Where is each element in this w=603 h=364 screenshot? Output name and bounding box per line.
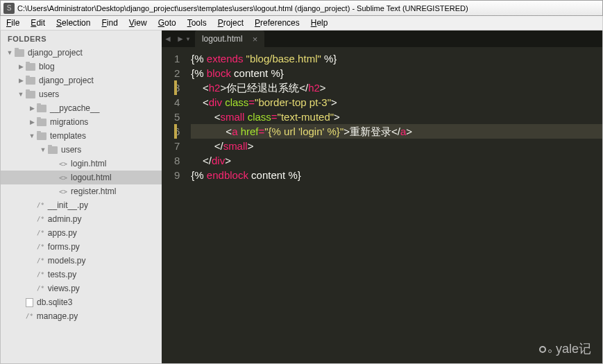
- code-line[interactable]: </small>: [191, 139, 602, 153]
- tree-item-label: blog: [39, 62, 55, 71]
- tree-item-templates[interactable]: ▼templates: [1, 129, 162, 143]
- tree-item-label: users: [61, 145, 81, 155]
- tree-item-admin-py[interactable]: /*admin.py: [1, 212, 162, 226]
- window-title-bar: S C:\Users\Administrator\Desktop\django_…: [0, 0, 603, 16]
- line-number: 6: [174, 124, 180, 139]
- tree-item-label: users: [39, 89, 59, 99]
- menu-edit[interactable]: Edit: [25, 17, 51, 29]
- tree-item-migrations[interactable]: ▶migrations: [1, 115, 162, 129]
- code-line[interactable]: <h2>你已经退出系统</h2>: [191, 80, 602, 95]
- tree-item-login-html[interactable]: <>login.html: [1, 157, 162, 171]
- menu-view[interactable]: View: [124, 17, 153, 29]
- editor-pane: ◄ ► ▼ logout.html × 123456789 {% extends…: [162, 31, 602, 363]
- line-number: 4: [174, 95, 180, 110]
- code-content[interactable]: {% extends "blog/base.html" %}{% block c…: [188, 47, 602, 363]
- tab-bar: ◄ ► ▼ logout.html ×: [162, 31, 602, 47]
- tree-item-label: tests.py: [48, 270, 76, 279]
- watermark: yale记: [539, 342, 591, 356]
- code-line[interactable]: <small class="text-muted">: [191, 110, 602, 124]
- code-area[interactable]: 123456789 {% extends "blog/base.html" %}…: [162, 47, 602, 363]
- tree-item-label: db.sqlite3: [37, 297, 72, 307]
- tree-item-logout-html[interactable]: <>logout.html: [1, 171, 162, 184]
- tree-item-users[interactable]: ▼users: [1, 143, 162, 157]
- menu-goto[interactable]: Goto: [153, 17, 182, 29]
- tree-item-label: views.py: [48, 284, 80, 293]
- chevron-down-icon[interactable]: ▼: [17, 91, 24, 98]
- menu-file[interactable]: File: [1, 17, 25, 29]
- code-line[interactable]: </div>: [191, 153, 602, 168]
- code-line[interactable]: {% extends "blog/base.html" %}: [191, 51, 602, 66]
- py-file-icon: /*: [37, 285, 44, 292]
- py-file-icon: /*: [37, 243, 44, 250]
- folder-icon: [26, 63, 35, 71]
- menu-help[interactable]: Help: [305, 17, 334, 29]
- chevron-right-icon[interactable]: ▶: [17, 77, 24, 84]
- tree-item-apps-py[interactable]: /*apps.py: [1, 226, 162, 240]
- py-file-icon: /*: [37, 229, 44, 236]
- tree-item-label: models.py: [48, 256, 86, 266]
- menu-preferences[interactable]: Preferences: [249, 17, 305, 29]
- tree-item-db-sqlite3[interactable]: db.sqlite3: [1, 295, 162, 309]
- tree-item-label: django_project: [39, 76, 94, 85]
- tree-item-models-py[interactable]: /*models.py: [1, 254, 162, 268]
- tree-item-label: forms.py: [48, 242, 80, 252]
- tree-item-label: apps.py: [48, 228, 77, 238]
- chevron-right-icon[interactable]: ▶: [17, 63, 24, 70]
- chevron-right-icon[interactable]: ▶: [28, 119, 35, 125]
- tree-item-users[interactable]: ▼users: [1, 87, 162, 101]
- html-file-icon: <>: [59, 174, 67, 182]
- modified-line-marker: [174, 80, 177, 95]
- tree-item-manage-py[interactable]: /*manage.py: [1, 309, 162, 323]
- folder-icon: [37, 132, 46, 140]
- code-line[interactable]: <div class="border-top pt-3">: [191, 95, 602, 110]
- tree-item--pycache-[interactable]: ▶__pycache__: [1, 101, 162, 115]
- folder-icon: [48, 146, 58, 154]
- tree-item-label: __pycache__: [50, 103, 99, 113]
- menu-find[interactable]: Find: [96, 17, 123, 29]
- code-line[interactable]: {% endblock content %}: [191, 168, 602, 182]
- menu-selection[interactable]: Selection: [51, 17, 96, 29]
- line-number: 9: [174, 168, 180, 182]
- py-file-icon: /*: [26, 313, 33, 320]
- py-file-icon: /*: [37, 202, 44, 209]
- py-file-icon: /*: [37, 271, 44, 278]
- code-line[interactable]: <a href="{% url 'login' %}">重新登录</a>: [191, 124, 602, 139]
- line-number: 2: [174, 66, 180, 80]
- tree-item-forms-py[interactable]: /*forms.py: [1, 240, 162, 254]
- close-icon[interactable]: ×: [253, 34, 258, 44]
- menu-bar: FileEditSelectionFindViewGotoToolsProjec…: [0, 16, 603, 31]
- html-file-icon: <>: [59, 160, 67, 168]
- chevron-down-icon[interactable]: ▼: [6, 49, 13, 56]
- main-area: FOLDERS ▼django_project▶blog▶django_proj…: [0, 31, 603, 364]
- line-number: 8: [174, 153, 180, 168]
- chevron-right-icon[interactable]: ▶: [28, 105, 35, 112]
- menu-project[interactable]: Project: [212, 17, 249, 29]
- file-icon: [26, 298, 33, 307]
- folder-tree[interactable]: ▼django_project▶blog▶django_project▼user…: [1, 46, 162, 363]
- tree-item-django-project[interactable]: ▶django_project: [1, 73, 162, 87]
- tree-item-register-html[interactable]: <>register.html: [1, 184, 162, 198]
- tab-label: logout.html: [202, 34, 243, 44]
- tree-item-django-project[interactable]: ▼django_project: [1, 46, 162, 60]
- sidebar: FOLDERS ▼django_project▶blog▶django_proj…: [1, 31, 162, 363]
- folder-icon: [37, 119, 46, 126]
- tree-item-tests-py[interactable]: /*tests.py: [1, 268, 162, 281]
- chevron-down-icon[interactable]: ▼: [40, 146, 46, 153]
- nav-dropdown-icon[interactable]: ▼: [185, 36, 191, 42]
- menu-tools[interactable]: Tools: [182, 17, 212, 29]
- tree-item--init-py[interactable]: /*__init__.py: [1, 198, 162, 212]
- line-number: 1: [174, 51, 180, 66]
- line-gutter: 123456789: [162, 47, 188, 363]
- tree-item-views-py[interactable]: /*views.py: [1, 281, 162, 295]
- tree-item-label: manage.py: [37, 311, 78, 321]
- tab-logout[interactable]: logout.html ×: [195, 31, 264, 47]
- tree-item-label: admin.py: [48, 214, 82, 224]
- app-icon: S: [3, 3, 15, 14]
- chevron-down-icon[interactable]: ▼: [28, 132, 35, 139]
- tree-item-label: templates: [50, 131, 86, 141]
- tree-item-blog[interactable]: ▶blog: [1, 60, 162, 73]
- tree-item-label: django_project: [28, 48, 83, 58]
- line-number: 7: [174, 139, 180, 153]
- nav-back-icon[interactable]: ◄: [162, 34, 174, 44]
- code-line[interactable]: {% block content %}: [191, 66, 602, 80]
